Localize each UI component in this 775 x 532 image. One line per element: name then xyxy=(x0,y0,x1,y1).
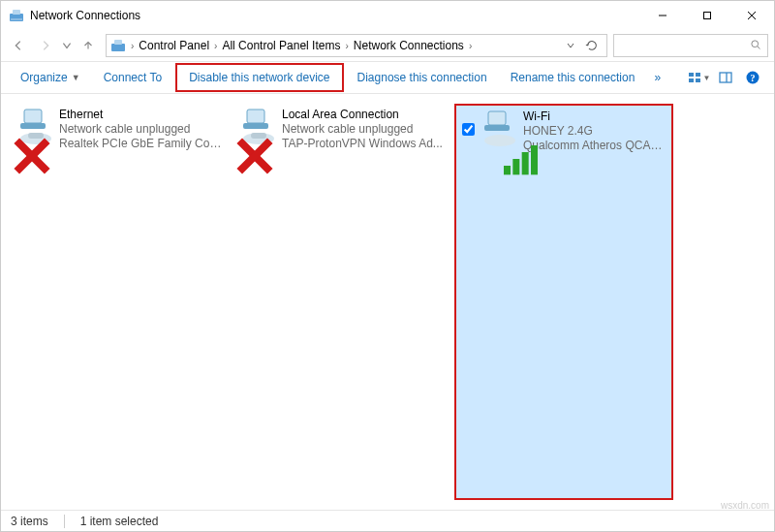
signal-bars-icon xyxy=(504,139,521,152)
connection-name: Wi-Fi xyxy=(523,110,666,124)
content-area: Ethernet Network cable unplugged Realtek… xyxy=(1,94,774,510)
status-item-count: 3 items xyxy=(11,515,48,528)
refresh-button[interactable] xyxy=(581,35,603,56)
connection-status: Network cable unplugged xyxy=(59,122,226,137)
minimize-button[interactable] xyxy=(640,1,685,30)
preview-pane-button[interactable] xyxy=(713,67,738,88)
disconnected-x-icon xyxy=(12,136,27,151)
diagnose-button[interactable]: Diagnose this connection xyxy=(346,65,499,90)
connection-device: TAP-ProtonVPN Windows Ad... xyxy=(282,137,443,151)
svg-rect-10 xyxy=(689,73,694,77)
svg-rect-19 xyxy=(20,123,46,129)
window-title: Network Connections xyxy=(30,9,140,22)
svg-rect-13 xyxy=(696,78,700,82)
close-button[interactable] xyxy=(729,1,774,30)
breadcrumb-control-panel[interactable]: Control Panel xyxy=(135,39,213,52)
view-options-button[interactable]: ▼ xyxy=(686,67,711,88)
navbar: › Control Panel › All Control Panel Item… xyxy=(1,30,774,61)
address-bar[interactable]: › Control Panel › All Control Panel Item… xyxy=(106,34,607,57)
overflow-button[interactable]: » xyxy=(646,65,668,90)
svg-rect-33 xyxy=(504,166,511,174)
connection-wifi[interactable]: Wi-Fi HONEY 2.4G Qualcomm Atheros QCA937… xyxy=(454,104,673,500)
status-selected-count: 1 item selected xyxy=(80,515,159,528)
chevron-down-icon: ▼ xyxy=(72,73,80,82)
svg-rect-24 xyxy=(247,110,264,123)
svg-rect-25 xyxy=(243,123,268,129)
svg-rect-7 xyxy=(114,40,122,45)
svg-rect-12 xyxy=(689,78,694,82)
search-icon xyxy=(750,39,761,53)
connection-status: Network cable unplugged xyxy=(282,122,443,137)
status-bar: 3 items 1 item selected xyxy=(1,510,774,531)
status-separator xyxy=(64,515,65,528)
svg-rect-0 xyxy=(10,14,23,21)
disable-device-button[interactable]: Disable this network device xyxy=(175,63,343,92)
svg-line-9 xyxy=(758,46,760,48)
connect-to-button[interactable]: Connect To xyxy=(92,65,174,90)
recent-locations-button[interactable] xyxy=(61,34,73,57)
help-button[interactable]: ? xyxy=(740,67,765,88)
breadcrumb-network-connections[interactable]: Network Connections xyxy=(350,39,468,52)
rename-button[interactable]: Rename this connection xyxy=(499,65,647,90)
connection-name: Local Area Connection xyxy=(282,108,443,122)
svg-rect-36 xyxy=(531,145,538,174)
connection-status: HONEY 2.4G xyxy=(523,124,666,139)
chevron-down-icon: ▼ xyxy=(703,74,711,82)
svg-rect-6 xyxy=(111,44,125,51)
connection-name: Ethernet xyxy=(59,108,226,122)
svg-text:?: ? xyxy=(751,73,756,83)
svg-rect-31 xyxy=(484,125,510,131)
maximize-button[interactable] xyxy=(685,1,729,30)
selection-checkbox[interactable] xyxy=(462,123,475,136)
address-dropdown-button[interactable] xyxy=(560,35,581,56)
connections-row: Ethernet Network cable unplugged Realtek… xyxy=(9,104,673,500)
watermark: wsxdn.com xyxy=(721,500,769,511)
svg-rect-18 xyxy=(24,110,42,123)
app-icon xyxy=(9,8,24,23)
up-button[interactable] xyxy=(77,34,100,57)
svg-rect-1 xyxy=(13,10,20,15)
svg-rect-14 xyxy=(720,73,731,82)
svg-point-8 xyxy=(752,40,759,47)
connection-ethernet[interactable]: Ethernet Network cable unplugged Realtek… xyxy=(9,104,232,500)
connection-local-area[interactable]: Local Area Connection Network cable unpl… xyxy=(232,104,454,500)
svg-rect-30 xyxy=(488,111,506,125)
svg-rect-3 xyxy=(704,13,711,19)
titlebar: Network Connections xyxy=(1,1,774,30)
disconnected-x-icon xyxy=(234,136,250,151)
svg-rect-34 xyxy=(512,159,519,174)
svg-rect-11 xyxy=(696,73,700,77)
wifi-icon xyxy=(479,110,519,150)
ethernet-icon xyxy=(15,108,55,148)
chevron-right-icon[interactable]: › xyxy=(468,41,473,51)
location-icon xyxy=(110,38,126,53)
connection-device: Realtek PCIe GbE Family Cont... xyxy=(59,137,226,151)
breadcrumb-all-items[interactable]: All Control Panel Items xyxy=(218,39,344,52)
connection-device: Qualcomm Atheros QCA9377... xyxy=(523,139,666,153)
back-button[interactable] xyxy=(7,34,30,57)
toolbar: Organize▼ Connect To Disable this networ… xyxy=(1,61,774,94)
forward-button[interactable] xyxy=(34,34,57,57)
svg-rect-35 xyxy=(522,152,529,174)
lan-icon xyxy=(237,108,278,148)
window: Network Connections › Control Panel › Al… xyxy=(0,0,775,532)
search-input[interactable] xyxy=(613,34,768,57)
organize-button[interactable]: Organize▼ xyxy=(9,65,92,90)
